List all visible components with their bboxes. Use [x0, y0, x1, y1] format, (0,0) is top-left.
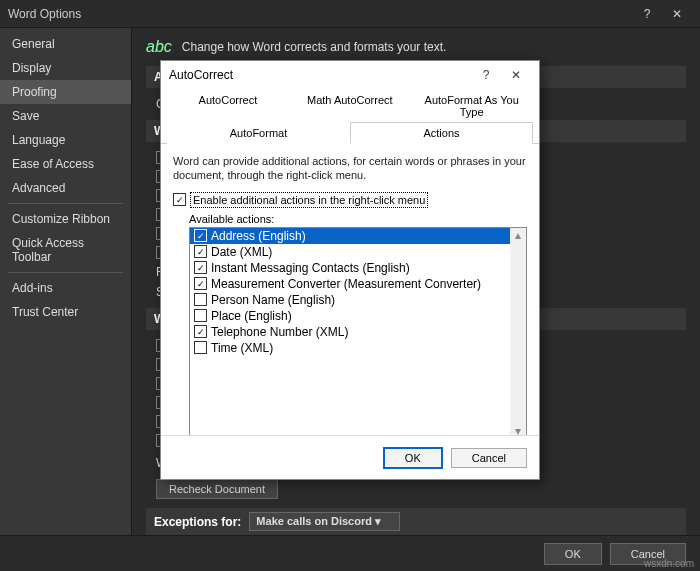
sidebar-separator: [8, 272, 123, 273]
sidebar-item-save[interactable]: Save: [0, 104, 131, 128]
sidebar-item-display[interactable]: Display: [0, 56, 131, 80]
action-label: Instant Messaging Contacts (English): [211, 261, 410, 275]
sidebar-item-trust-center[interactable]: Trust Center: [0, 300, 131, 324]
action-label: Telephone Number (XML): [211, 325, 348, 339]
dialog-titlebar: AutoCorrect ? ✕: [161, 61, 539, 89]
tab-autocorrect[interactable]: AutoCorrect: [167, 89, 289, 123]
watermark: wsxdn.com: [644, 558, 694, 569]
tab-actions[interactable]: Actions: [350, 122, 533, 144]
action-checkbox[interactable]: [194, 261, 207, 274]
action-checkbox[interactable]: [194, 245, 207, 258]
dialog-title: AutoCorrect: [169, 68, 471, 82]
exceptions-row: Exceptions for: Make calls on Discord ▾: [146, 508, 686, 535]
sidebar-item-ease-of-access[interactable]: Ease of Access: [0, 152, 131, 176]
page-heading: Change how Word corrects and formats you…: [182, 40, 447, 54]
autocorrect-dialog: AutoCorrect ? ✕ AutoCorrect Math AutoCor…: [160, 60, 540, 480]
tab-math-autocorrect[interactable]: Math AutoCorrect: [289, 89, 411, 123]
word-options-titlebar: Word Options ? ✕: [0, 0, 700, 28]
list-item[interactable]: Date (XML): [190, 244, 526, 260]
action-checkbox[interactable]: [194, 341, 207, 354]
exceptions-select[interactable]: Make calls on Discord ▾: [249, 512, 400, 531]
dialog-content: Word can provide additional actions, for…: [161, 144, 539, 435]
chevron-down-icon[interactable]: ▾: [515, 424, 521, 435]
window-title: Word Options: [8, 7, 632, 21]
action-label: Person Name (English): [211, 293, 335, 307]
list-item[interactable]: Instant Messaging Contacts (English): [190, 260, 526, 276]
ok-button[interactable]: OK: [544, 543, 602, 565]
close-icon[interactable]: ✕: [501, 65, 531, 85]
action-label: Measurement Converter (Measurement Conve…: [211, 277, 481, 291]
action-checkbox[interactable]: [194, 309, 207, 322]
action-label: Place (English): [211, 309, 292, 323]
action-label: Time (XML): [211, 341, 273, 355]
action-label: Date (XML): [211, 245, 272, 259]
list-item[interactable]: Telephone Number (XML): [190, 324, 526, 340]
close-icon[interactable]: ✕: [662, 4, 692, 24]
enable-actions-checkbox[interactable]: [173, 193, 186, 206]
list-item[interactable]: Place (English): [190, 308, 526, 324]
scrollbar[interactable]: ▴ ▾: [510, 228, 526, 435]
chevron-up-icon[interactable]: ▴: [515, 228, 521, 242]
available-actions-listbox[interactable]: Address (English)Date (XML)Instant Messa…: [189, 227, 527, 435]
exceptions-label: Exceptions for:: [154, 515, 241, 529]
dialog-tabs: AutoCorrect Math AutoCorrect AutoFormat …: [161, 89, 539, 144]
list-item[interactable]: Person Name (English): [190, 292, 526, 308]
cancel-button[interactable]: Cancel: [451, 448, 527, 468]
help-icon[interactable]: ?: [632, 4, 662, 24]
sidebar-separator: [8, 203, 123, 204]
enable-actions-label: Enable additional actions in the right-c…: [191, 193, 427, 207]
recheck-document-button[interactable]: Recheck Document: [156, 479, 278, 499]
list-item[interactable]: Measurement Converter (Measurement Conve…: [190, 276, 526, 292]
dialog-footer: OK Cancel: [161, 435, 539, 479]
word-options-footer: OK Cancel: [0, 535, 700, 571]
sidebar-item-advanced[interactable]: Advanced: [0, 176, 131, 200]
dialog-description: Word can provide additional actions, for…: [173, 154, 527, 183]
action-label: Address (English): [211, 229, 306, 243]
action-checkbox[interactable]: [194, 277, 207, 290]
sidebar-item-proofing[interactable]: Proofing: [0, 80, 131, 104]
action-checkbox[interactable]: [194, 325, 207, 338]
help-icon[interactable]: ?: [471, 65, 501, 85]
tab-autoformat[interactable]: AutoFormat: [167, 122, 350, 144]
action-checkbox[interactable]: [194, 229, 207, 242]
tab-autoformat-as-you-type[interactable]: AutoFormat As You Type: [411, 89, 533, 123]
list-item[interactable]: Time (XML): [190, 340, 526, 356]
abc-icon: abc: [146, 38, 172, 56]
action-checkbox[interactable]: [194, 293, 207, 306]
sidebar-item-general[interactable]: General: [0, 32, 131, 56]
options-sidebar: General Display Proofing Save Language E…: [0, 28, 132, 535]
list-item[interactable]: Address (English): [190, 228, 526, 244]
sidebar-item-language[interactable]: Language: [0, 128, 131, 152]
available-actions-label: Available actions:: [189, 213, 527, 225]
sidebar-item-customize-ribbon[interactable]: Customize Ribbon: [0, 207, 131, 231]
ok-button[interactable]: OK: [383, 447, 443, 469]
sidebar-item-add-ins[interactable]: Add-ins: [0, 276, 131, 300]
sidebar-item-quick-access-toolbar[interactable]: Quick Access Toolbar: [0, 231, 131, 269]
